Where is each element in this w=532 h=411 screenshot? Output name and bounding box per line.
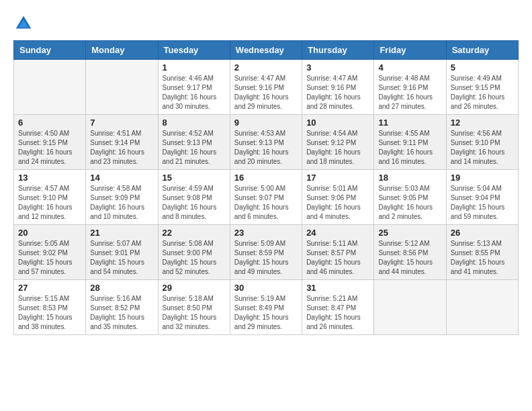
day-number: 12 — [451, 118, 514, 128]
day-number: 2 — [234, 62, 298, 73]
day-info: Sunrise: 4:53 AM Sunset: 9:13 PM Dayligh… — [234, 129, 298, 167]
weekday-header-wednesday: Wednesday — [230, 41, 302, 60]
day-number: 11 — [378, 118, 441, 128]
calendar-cell: 5Sunrise: 4:49 AM Sunset: 9:15 PM Daylig… — [446, 60, 518, 115]
day-number: 28 — [90, 283, 153, 293]
calendar-cell: 3Sunrise: 4:47 AM Sunset: 9:16 PM Daylig… — [302, 60, 374, 115]
calendar-cell: 31Sunrise: 5:21 AM Sunset: 8:47 PM Dayli… — [302, 280, 374, 335]
calendar-cell: 23Sunrise: 5:09 AM Sunset: 8:59 PM Dayli… — [230, 225, 302, 280]
day-number: 24 — [306, 228, 369, 238]
day-info: Sunrise: 5:11 AM Sunset: 8:57 PM Dayligh… — [306, 239, 369, 277]
weekday-header-friday: Friday — [374, 41, 446, 60]
day-info: Sunrise: 4:46 AM Sunset: 9:17 PM Dayligh… — [163, 74, 226, 111]
day-info: Sunrise: 5:00 AM Sunset: 9:07 PM Dayligh… — [234, 184, 298, 222]
day-info: Sunrise: 5:16 AM Sunset: 8:52 PM Dayligh… — [90, 294, 153, 332]
calendar-cell: 30Sunrise: 5:19 AM Sunset: 8:49 PM Dayli… — [230, 280, 302, 335]
calendar-cell: 7Sunrise: 4:51 AM Sunset: 9:14 PM Daylig… — [86, 115, 158, 170]
calendar-cell: 14Sunrise: 4:58 AM Sunset: 9:09 PM Dayli… — [86, 170, 158, 225]
weekday-header-monday: Monday — [86, 41, 158, 60]
day-info: Sunrise: 4:57 AM Sunset: 9:10 PM Dayligh… — [18, 184, 81, 222]
day-info: Sunrise: 5:09 AM Sunset: 8:59 PM Dayligh… — [234, 239, 298, 277]
calendar-cell: 20Sunrise: 5:05 AM Sunset: 9:02 PM Dayli… — [14, 225, 86, 280]
day-info: Sunrise: 5:12 AM Sunset: 8:56 PM Dayligh… — [378, 239, 441, 277]
day-info: Sunrise: 4:50 AM Sunset: 9:15 PM Dayligh… — [18, 129, 81, 167]
calendar-week-3: 13Sunrise: 4:57 AM Sunset: 9:10 PM Dayli… — [14, 170, 519, 225]
calendar-week-5: 27Sunrise: 5:15 AM Sunset: 8:53 PM Dayli… — [14, 280, 519, 335]
day-info: Sunrise: 4:56 AM Sunset: 9:10 PM Dayligh… — [451, 129, 514, 167]
day-info: Sunrise: 5:03 AM Sunset: 9:05 PM Dayligh… — [378, 184, 441, 222]
day-info: Sunrise: 4:55 AM Sunset: 9:11 PM Dayligh… — [378, 129, 441, 167]
day-info: Sunrise: 5:05 AM Sunset: 9:02 PM Dayligh… — [18, 239, 81, 277]
day-number: 1 — [163, 62, 226, 73]
day-number: 17 — [306, 173, 369, 183]
calendar-cell: 22Sunrise: 5:08 AM Sunset: 9:00 PM Dayli… — [158, 225, 230, 280]
calendar-cell: 9Sunrise: 4:53 AM Sunset: 9:13 PM Daylig… — [230, 115, 302, 170]
calendar-cell: 6Sunrise: 4:50 AM Sunset: 9:15 PM Daylig… — [14, 115, 86, 170]
day-number: 31 — [306, 283, 369, 293]
calendar: SundayMondayTuesdayWednesdayThursdayFrid… — [13, 40, 519, 335]
weekday-header-row: SundayMondayTuesdayWednesdayThursdayFrid… — [14, 41, 519, 60]
calendar-cell: 19Sunrise: 5:04 AM Sunset: 9:04 PM Dayli… — [446, 170, 518, 225]
weekday-header-thursday: Thursday — [302, 41, 374, 60]
day-info: Sunrise: 5:19 AM Sunset: 8:49 PM Dayligh… — [234, 294, 298, 332]
day-number: 18 — [378, 173, 441, 183]
day-number: 20 — [18, 228, 81, 238]
day-number: 13 — [18, 173, 81, 183]
page-header — [13, 13, 519, 34]
day-number: 14 — [90, 173, 153, 183]
day-info: Sunrise: 4:54 AM Sunset: 9:12 PM Dayligh… — [306, 129, 369, 167]
day-number: 4 — [378, 62, 441, 73]
day-info: Sunrise: 4:52 AM Sunset: 9:13 PM Dayligh… — [163, 129, 226, 167]
day-info: Sunrise: 4:49 AM Sunset: 9:15 PM Dayligh… — [451, 74, 514, 111]
calendar-cell: 27Sunrise: 5:15 AM Sunset: 8:53 PM Dayli… — [14, 280, 86, 335]
day-number: 19 — [451, 173, 514, 183]
weekday-header-sunday: Sunday — [14, 41, 86, 60]
day-info: Sunrise: 5:01 AM Sunset: 9:06 PM Dayligh… — [306, 184, 369, 222]
calendar-cell: 26Sunrise: 5:13 AM Sunset: 8:55 PM Dayli… — [446, 225, 518, 280]
day-info: Sunrise: 4:47 AM Sunset: 9:16 PM Dayligh… — [306, 74, 369, 111]
calendar-cell: 4Sunrise: 4:48 AM Sunset: 9:16 PM Daylig… — [374, 60, 446, 115]
calendar-week-1: 1Sunrise: 4:46 AM Sunset: 9:17 PM Daylig… — [14, 60, 519, 115]
calendar-cell — [446, 280, 518, 335]
day-info: Sunrise: 5:04 AM Sunset: 9:04 PM Dayligh… — [451, 184, 514, 222]
calendar-cell: 15Sunrise: 4:59 AM Sunset: 9:08 PM Dayli… — [158, 170, 230, 225]
day-number: 27 — [18, 283, 81, 293]
calendar-cell: 11Sunrise: 4:55 AM Sunset: 9:11 PM Dayli… — [374, 115, 446, 170]
day-number: 7 — [90, 118, 153, 128]
day-info: Sunrise: 5:18 AM Sunset: 8:50 PM Dayligh… — [163, 294, 226, 332]
calendar-cell: 18Sunrise: 5:03 AM Sunset: 9:05 PM Dayli… — [374, 170, 446, 225]
day-info: Sunrise: 4:59 AM Sunset: 9:08 PM Dayligh… — [163, 184, 226, 222]
calendar-cell: 1Sunrise: 4:46 AM Sunset: 9:17 PM Daylig… — [158, 60, 230, 115]
day-info: Sunrise: 5:21 AM Sunset: 8:47 PM Dayligh… — [306, 294, 369, 332]
calendar-cell — [14, 60, 86, 115]
calendar-week-4: 20Sunrise: 5:05 AM Sunset: 9:02 PM Dayli… — [14, 225, 519, 280]
day-info: Sunrise: 4:48 AM Sunset: 9:16 PM Dayligh… — [378, 74, 441, 111]
day-number: 23 — [234, 228, 298, 238]
calendar-cell: 2Sunrise: 4:47 AM Sunset: 9:16 PM Daylig… — [230, 60, 302, 115]
day-info: Sunrise: 5:07 AM Sunset: 9:01 PM Dayligh… — [90, 239, 153, 277]
day-number: 16 — [234, 173, 298, 183]
calendar-cell: 29Sunrise: 5:18 AM Sunset: 8:50 PM Dayli… — [158, 280, 230, 335]
day-info: Sunrise: 5:15 AM Sunset: 8:53 PM Dayligh… — [18, 294, 81, 332]
calendar-cell — [86, 60, 158, 115]
day-number: 5 — [451, 62, 514, 73]
calendar-cell: 25Sunrise: 5:12 AM Sunset: 8:56 PM Dayli… — [374, 225, 446, 280]
calendar-week-2: 6Sunrise: 4:50 AM Sunset: 9:15 PM Daylig… — [14, 115, 519, 170]
calendar-cell: 17Sunrise: 5:01 AM Sunset: 9:06 PM Dayli… — [302, 170, 374, 225]
calendar-cell: 13Sunrise: 4:57 AM Sunset: 9:10 PM Dayli… — [14, 170, 86, 225]
day-number: 25 — [378, 228, 441, 238]
day-number: 10 — [306, 118, 369, 128]
day-info: Sunrise: 5:08 AM Sunset: 9:00 PM Dayligh… — [163, 239, 226, 277]
weekday-header-tuesday: Tuesday — [158, 41, 230, 60]
day-info: Sunrise: 4:51 AM Sunset: 9:14 PM Dayligh… — [90, 129, 153, 167]
day-info: Sunrise: 5:13 AM Sunset: 8:55 PM Dayligh… — [451, 239, 514, 277]
calendar-cell: 8Sunrise: 4:52 AM Sunset: 9:13 PM Daylig… — [158, 115, 230, 170]
calendar-cell — [374, 280, 446, 335]
calendar-cell: 16Sunrise: 5:00 AM Sunset: 9:07 PM Dayli… — [230, 170, 302, 225]
weekday-header-saturday: Saturday — [446, 41, 518, 60]
day-info: Sunrise: 4:47 AM Sunset: 9:16 PM Dayligh… — [234, 74, 298, 111]
day-number: 9 — [234, 118, 298, 128]
day-info: Sunrise: 4:58 AM Sunset: 9:09 PM Dayligh… — [90, 184, 153, 222]
calendar-cell: 21Sunrise: 5:07 AM Sunset: 9:01 PM Dayli… — [86, 225, 158, 280]
day-number: 6 — [18, 118, 81, 128]
